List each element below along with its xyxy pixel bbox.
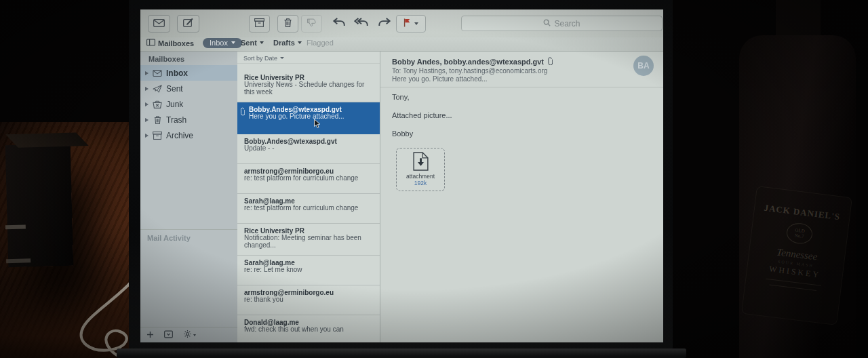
- favorites-drafts[interactable]: Drafts: [273, 39, 302, 47]
- reading-pane: Bobby Andes, bobby.andes@wtexaspd.gvt To…: [380, 52, 663, 342]
- laptop-base: [117, 349, 686, 358]
- sidebar-bottom-bar: [140, 327, 237, 342]
- photo-scene: Search Mailboxes Inbox Sent Drafts Flagg…: [0, 0, 868, 358]
- message-list-item[interactable]: Sarah@laag.mere: re: Let me know: [237, 256, 380, 285]
- disclosure-triangle-icon[interactable]: [145, 102, 149, 106]
- message-list-item[interactable]: Sarah@laag.mere: test platform for curri…: [237, 194, 380, 224]
- favorites-inbox[interactable]: Inbox: [203, 38, 242, 48]
- sidebar-list: InboxSentJunkTrashArchive: [140, 65, 237, 143]
- junk-button[interactable]: [301, 15, 322, 33]
- message-to: To: Tony Hastings, tony.hastings@economi…: [392, 67, 623, 75]
- sidebar-item-trash[interactable]: Trash: [140, 112, 237, 127]
- avatar: BA: [633, 56, 654, 76]
- favorites-sent[interactable]: Sent: [241, 39, 264, 47]
- flag-button[interactable]: [396, 15, 426, 33]
- message-subject: re: test platform for curriculum change: [244, 175, 373, 182]
- bottle-brand-text: JACK DANIEL'S: [764, 203, 841, 223]
- search-placeholder: Search: [554, 19, 580, 28]
- search-input[interactable]: Search: [461, 16, 663, 31]
- message-list-item[interactable]: Donald@laag.mefwd: check this out when y…: [237, 315, 380, 342]
- add-mailbox-button[interactable]: [146, 329, 154, 341]
- message-sender: Sarah@laag.me: [244, 259, 373, 266]
- disclosure-triangle-icon[interactable]: [145, 134, 149, 138]
- message-from: Bobby Andes, bobby.andes@wtexaspd.gvt: [392, 57, 623, 66]
- message-subject: fwd: check this out when you can: [244, 326, 373, 334]
- message-sender: Bobby.Andes@wtexaspd.gvt: [249, 106, 373, 113]
- paperclip-icon: [240, 106, 245, 119]
- mailboxes-panel-icon: [146, 39, 155, 47]
- mailboxes-label: Mailboxes: [158, 39, 194, 47]
- sidebar-item-label: Archive: [166, 131, 193, 140]
- thumbs-down-icon: [307, 18, 317, 30]
- favorites-flagged[interactable]: Flagged: [307, 39, 334, 47]
- chevron-down-icon: [193, 334, 196, 336]
- show-mailboxes-button[interactable]: Mailboxes: [146, 39, 194, 47]
- attachment-tile[interactable]: attachment 192k: [396, 148, 445, 191]
- sidebar-item-junk[interactable]: Junk: [140, 96, 237, 112]
- inbox-label: Inbox: [210, 39, 228, 47]
- plus-icon: [146, 329, 154, 341]
- chevron-down-icon: [414, 22, 418, 25]
- sidebar-item-label: Junk: [166, 100, 183, 109]
- drive-highlight: [5, 225, 26, 230]
- action-menu-button[interactable]: [183, 329, 196, 341]
- forward-button[interactable]: [375, 15, 393, 31]
- archive-icon: [254, 18, 264, 30]
- message-subject: Notification: Meeting seminar has been c…: [244, 235, 373, 249]
- paperclip-icon: [547, 57, 553, 66]
- whiskey-bottle: JACK DANIEL'S OLD No.7 Tennessee SOUR MA…: [739, 0, 856, 358]
- mail-toolbar: Search: [140, 9, 663, 38]
- chevron-down-icon: [280, 57, 284, 59]
- sort-by-button[interactable]: Sort by Date: [237, 52, 380, 64]
- envelope-icon: [153, 18, 165, 30]
- reply-all-button[interactable]: [352, 15, 371, 31]
- mailboxes-sidebar: Mailboxes InboxSentJunkTrashArchive Mail…: [140, 52, 238, 342]
- body-line: Attached picture...: [392, 111, 663, 119]
- message-subject: re: re: Let me know: [244, 266, 373, 274]
- message-list-item[interactable]: Bobby.Andes@wtexaspd.gvtHere you go. Pic…: [237, 102, 380, 134]
- hide-panel-button[interactable]: [164, 329, 173, 341]
- mail-app-window: Search Mailboxes Inbox Sent Drafts Flagg…: [140, 9, 663, 342]
- mail-activity-label: Mail Activity: [140, 229, 237, 242]
- message-list-item[interactable]: Bobby.Andes@wtexaspd.gvtUpdate - -: [237, 134, 380, 164]
- message-subject: Update - -: [244, 145, 373, 153]
- flagged-label: Flagged: [307, 39, 334, 47]
- sort-label: Sort by Date: [243, 55, 277, 62]
- flag-icon: [403, 18, 410, 30]
- disclosure-triangle-icon[interactable]: [145, 71, 149, 75]
- message-list-item[interactable]: armstrong@erminiborgo.eure: test platfor…: [237, 164, 380, 194]
- message-sender: armstrong@erminiborgo.eu: [244, 289, 373, 296]
- message-sender: armstrong@erminiborgo.eu: [244, 167, 373, 175]
- message-list-item[interactable]: Rice University PRUniversity News - Sche…: [237, 71, 380, 102]
- chevron-down-icon: [298, 41, 302, 44]
- compose-icon: [183, 18, 193, 30]
- reply-button[interactable]: [330, 15, 348, 31]
- message-subject: University News - Schedule changes for t…: [244, 81, 373, 96]
- message-sender: Sarah@laag.me: [244, 197, 373, 205]
- sidebar-item-archive[interactable]: Archive: [140, 127, 237, 143]
- message-header: Bobby Andes, bobby.andes@wtexaspd.gvt To…: [380, 52, 663, 87]
- body-line: Bobby: [392, 130, 663, 138]
- message-list-item[interactable]: armstrong@erminiborgo.eure: thank you: [237, 285, 380, 315]
- message-list-item[interactable]: Rice University PRNotification: Meeting …: [237, 224, 380, 256]
- message-sender: Donald@laag.me: [244, 319, 373, 326]
- delete-button[interactable]: [277, 15, 298, 33]
- get-mail-button[interactable]: [148, 15, 170, 33]
- sent-label: Sent: [241, 39, 257, 47]
- message-list: Sort by Date Rice University PRUniversit…: [237, 52, 380, 342]
- sidebar-header: Mailboxes: [149, 55, 237, 63]
- attachment-size: 192k: [414, 180, 427, 186]
- sidebar-item-sent[interactable]: Sent: [140, 81, 237, 96]
- sidebar-item-inbox[interactable]: Inbox: [140, 65, 237, 81]
- archive-button[interactable]: [249, 15, 270, 33]
- archive-box-icon: [152, 132, 163, 140]
- disclosure-triangle-icon[interactable]: [145, 87, 149, 91]
- compose-button[interactable]: [177, 15, 199, 33]
- gear-icon: [183, 329, 192, 341]
- reply-icon: [332, 17, 346, 29]
- disclosure-triangle-icon[interactable]: [145, 118, 149, 122]
- body-line: Tony,: [392, 93, 663, 101]
- message-subject: re: test platform for curriculum change: [244, 205, 373, 212]
- bottle-no7-text: OLD No.7: [785, 222, 814, 245]
- bottle-label: JACK DANIEL'S OLD No.7 Tennessee SOUR MA…: [741, 186, 852, 325]
